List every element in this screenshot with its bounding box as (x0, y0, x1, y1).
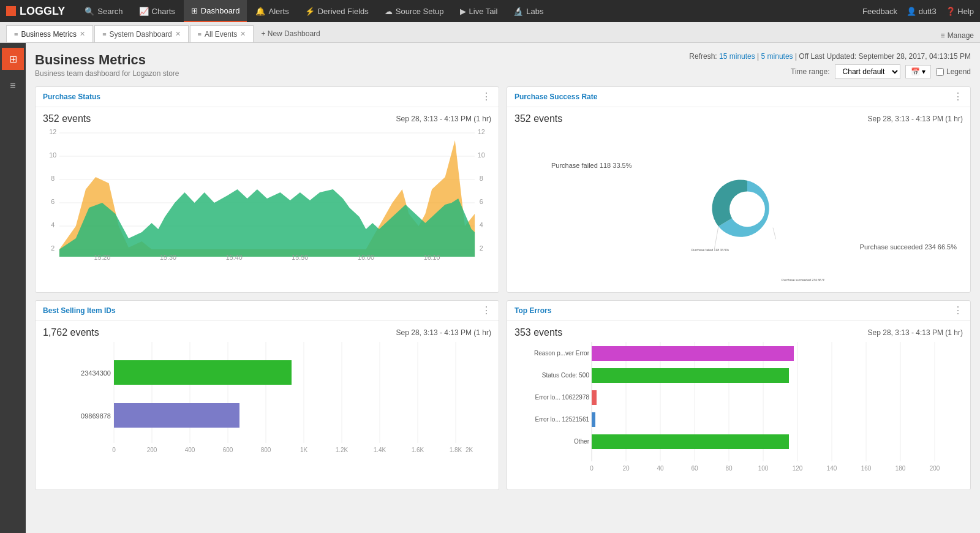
logo-text: LOGGLY (20, 5, 65, 18)
manage-button[interactable]: ≡ Manage (941, 31, 974, 40)
nav-charts[interactable]: 📈 Charts (132, 0, 183, 22)
tab-icon-ae: ≡ (198, 31, 202, 38)
tab-bar: ≡ Business Metrics ✕ ≡ System Dashboard … (0, 22, 980, 43)
close-tab-bm[interactable]: ✕ (80, 30, 85, 38)
svg-text:140: 140 (827, 465, 837, 472)
bar-09869878 (114, 403, 239, 428)
top-errors-menu[interactable]: ⋮ (953, 306, 963, 316)
top-errors-title: Top Errors (514, 306, 551, 315)
svg-text:180: 180 (895, 465, 906, 472)
tab-business-metrics[interactable]: ≡ Business Metrics ✕ (6, 25, 93, 42)
nav-labs[interactable]: 🔬 Labs (506, 0, 551, 22)
nav-derived-fields[interactable]: ⚡ Derived Fields (298, 0, 376, 22)
svg-text:120: 120 (793, 465, 803, 472)
donut-svg: Purchase failed 118 33.5% Purchase succe… (653, 128, 824, 287)
refresh-label: Refresh: (689, 52, 717, 61)
nav-source-setup[interactable]: ☁ Source Setup (377, 0, 451, 22)
refresh-15-link[interactable]: 15 minutes (719, 52, 755, 61)
svg-text:600: 600 (223, 447, 233, 453)
nav-alerts[interactable]: 🔔 Alerts (248, 0, 296, 22)
svg-text:160: 160 (861, 465, 872, 472)
best-selling-card: Best Selling Item IDs ⋮ 1,762 events Sep… (35, 300, 499, 490)
best-selling-menu[interactable]: ⋮ (481, 306, 491, 316)
bar-error-10622978 (592, 390, 597, 405)
help-link[interactable]: ❓ Help (946, 7, 974, 16)
bar-other (592, 434, 789, 449)
svg-text:10: 10 (478, 152, 485, 159)
svg-text:15:40: 15:40 (226, 254, 243, 261)
svg-text:800: 800 (261, 447, 271, 453)
svg-text:10: 10 (49, 152, 56, 159)
close-tab-sd[interactable]: ✕ (175, 30, 181, 38)
best-selling-stats: 1,762 events Sep 28, 3:13 - 4:13 PM (1 h… (43, 327, 491, 338)
svg-text:40: 40 (657, 465, 664, 472)
tab-all-events[interactable]: ≡ All Events ✕ (190, 25, 254, 42)
bar-reason-error (592, 346, 794, 361)
main-layout: ⊞ ≡ Business Metrics Business team dashb… (0, 43, 980, 533)
nav-right: Feedback 👤 dutt3 ❓ Help (862, 7, 974, 16)
purchase-status-header: Purchase Status ⋮ (36, 87, 499, 107)
purchase-success-stats: 352 events Sep 28, 3:13 - 4:13 PM (1 hr) (514, 113, 963, 124)
logo: LOGGLY (6, 5, 65, 18)
time-range-label: Time range: (791, 67, 830, 76)
close-tab-ae[interactable]: ✕ (240, 30, 246, 38)
tab-system-dashboard[interactable]: ≡ System Dashboard ✕ (94, 25, 188, 42)
succeeded-label: Purchase succeeded 234 66.5% (782, 278, 824, 282)
svg-text:100: 100 (758, 465, 769, 472)
svg-text:4: 4 (480, 222, 483, 229)
svg-text:0: 0 (590, 465, 594, 472)
top-errors-timerange: Sep 28, 3:13 - 4:13 PM (1 hr) (868, 328, 963, 337)
purchase-success-body: 352 events Sep 28, 3:13 - 4:13 PM (1 hr) (507, 107, 970, 292)
svg-text:16:10: 16:10 (424, 254, 440, 261)
svg-text:1K: 1K (300, 447, 308, 453)
svg-text:2: 2 (480, 245, 483, 252)
dashboard-subtitle: Business team dashboard for Logazon stor… (35, 69, 179, 78)
calendar-button[interactable]: 📅 ▾ (905, 65, 931, 78)
refresh-5-link[interactable]: 5 minutes (761, 52, 793, 61)
sidebar-grid-icon[interactable]: ⊞ (2, 48, 24, 70)
svg-text:Error lo... 12521561: Error lo... 12521561 (535, 416, 590, 423)
chart-grid: Purchase Status ⋮ 352 events Sep 28, 3:1… (35, 86, 971, 490)
tab-label-sd: System Dashboard (110, 30, 172, 39)
nav-search[interactable]: 🔍 Search (77, 0, 130, 22)
time-range-select[interactable]: Chart default (835, 64, 900, 79)
purchase-success-header: Purchase Success Rate ⋮ (507, 87, 970, 107)
svg-text:Status Code: 500: Status Code: 500 (542, 372, 590, 379)
purchase-status-chart: 12 10 8 6 4 2 12 10 8 6 4 2 (43, 128, 491, 263)
svg-text:400: 400 (185, 447, 195, 453)
svg-text:6: 6 (51, 198, 55, 205)
user-link[interactable]: 👤 dutt3 (907, 7, 937, 16)
svg-text:15:20: 15:20 (94, 254, 110, 261)
svg-text:1.2K: 1.2K (336, 447, 349, 453)
purchase-success-menu[interactable]: ⋮ (953, 92, 963, 102)
svg-text:Error lo... 10622978: Error lo... 10622978 (535, 394, 590, 401)
area-chart-svg: 12 10 8 6 4 2 12 10 8 6 4 2 (43, 128, 491, 263)
svg-text:Other: Other (574, 438, 590, 445)
purchase-status-events: 352 events (43, 113, 91, 124)
nav-dashboard[interactable]: ⊞ Dashboard (184, 0, 247, 22)
svg-text:6: 6 (480, 198, 483, 205)
svg-text:15:50: 15:50 (292, 254, 308, 261)
svg-text:12: 12 (49, 129, 56, 135)
sidebar-list-icon[interactable]: ≡ (2, 75, 24, 97)
top-errors-card: Top Errors ⋮ 353 events Sep 28, 3:13 - 4… (507, 300, 971, 490)
bar-status-500 (592, 368, 789, 383)
purchase-success-title: Purchase Success Rate (514, 93, 597, 101)
legend-checkbox[interactable] (936, 68, 944, 76)
feedback-link[interactable]: Feedback (862, 7, 897, 16)
dashboard-title: Business Metrics (35, 52, 179, 68)
svg-text:4: 4 (51, 222, 55, 229)
purchase-status-body: 352 events Sep 28, 3:13 - 4:13 PM (1 hr)… (36, 107, 499, 268)
svg-text:80: 80 (725, 465, 733, 472)
top-errors-stats: 353 events Sep 28, 3:13 - 4:13 PM (1 hr) (514, 327, 963, 338)
nav-live-tail[interactable]: ▶ Live Tail (453, 0, 505, 22)
logo-icon (6, 6, 16, 16)
tab-label-bm: Business Metrics (21, 30, 77, 39)
svg-text:8: 8 (51, 175, 55, 182)
purchase-status-menu[interactable]: ⋮ (481, 92, 491, 102)
new-dashboard-button[interactable]: + New Dashboard (255, 25, 326, 42)
sidebar: ⊞ ≡ (0, 43, 26, 533)
time-range-controls: Time range: Chart default 📅 ▾ Legend (689, 64, 971, 79)
dashboard-controls: Refresh: 15 minutes | 5 minutes | Off La… (689, 52, 971, 79)
legend-label: Legend (946, 67, 971, 76)
